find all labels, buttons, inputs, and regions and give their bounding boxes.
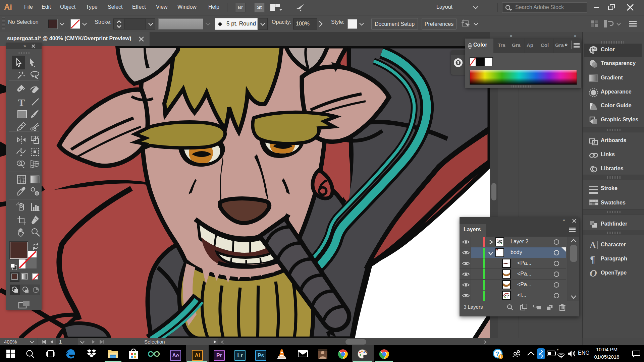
svg-text:A: A [590,240,596,250]
svg-text:¶: ¶ [590,254,595,264]
svg-text:*: * [557,349,558,353]
svg-text:i: i [500,355,501,359]
svg-text:O: O [590,268,597,278]
